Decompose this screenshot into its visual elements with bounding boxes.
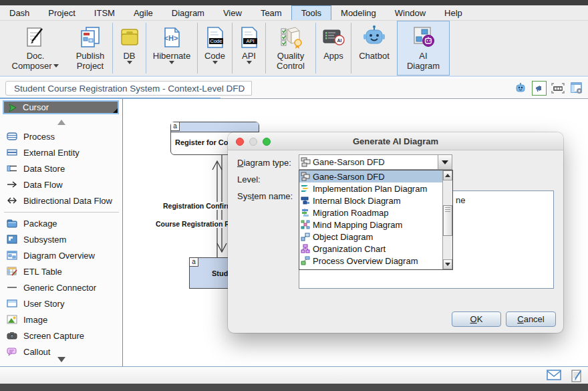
option-gane-sarson-dfd[interactable]: Gane-Sarson DFD [299, 170, 452, 182]
close-icon[interactable] [236, 138, 244, 146]
palette-scroll-up-icon[interactable] [57, 120, 65, 125]
menu-bar: Dash Project ITSM Agile Diagram View Tea… [0, 5, 588, 21]
cursor-icon [8, 103, 17, 112]
option-implementation-plan-diagram[interactable]: Implementation Plan Diagram [299, 182, 452, 194]
edit-document-icon[interactable] [571, 369, 583, 382]
option-organization-chart[interactable]: Organization Chart [299, 243, 452, 255]
menu-tools[interactable]: Tools [291, 5, 331, 20]
generate-ai-diagram-dialog: Generate AI Diagram Diagram type: Level:… [228, 132, 563, 333]
ai-diagram-button[interactable]: AI Diagram [397, 21, 450, 76]
apps-icon: AI [321, 24, 346, 51]
hibernate-button[interactable]: <H> Hibernate [146, 21, 197, 76]
cursor-label: Cursor [23, 102, 49, 112]
apps-label: Apps [323, 51, 343, 61]
palette-item-etl-table[interactable]: ETL Table [0, 263, 123, 279]
diagram-type-dropdown-list: Gane-Sarson DFD Implementation Plan Diag… [299, 170, 453, 270]
publish-project-button[interactable]: Publish Project [68, 21, 112, 76]
option-label: Mind Mapping Diagram [313, 220, 402, 230]
quality-control-label-2: Control [277, 61, 305, 71]
chatbot-robot-icon [361, 24, 388, 51]
flow-label-registration-confirmation[interactable]: Registration Confirma [162, 202, 238, 210]
gane-sarson-icon [301, 172, 310, 181]
diagram-title: Student Course Registration System - Con… [14, 84, 245, 94]
shape-id-marker: a [190, 258, 198, 267]
diagram-type-combobox[interactable]: Gane-Sarson DFD [299, 154, 452, 170]
announcement-icon[interactable] [532, 81, 547, 96]
generic-connector-icon [7, 282, 17, 293]
palette-item-bidirectional-data-flow[interactable]: Bidirectional Data Flow [0, 192, 123, 209]
option-label: Gane-Sarson DFD [313, 172, 385, 182]
hibernate-icon: <H> [160, 24, 183, 51]
menu-agile[interactable]: Agile [124, 5, 162, 20]
package-icon [7, 218, 17, 229]
palette-item-process[interactable]: Process [0, 128, 123, 144]
option-internal-block-diagram[interactable]: Internal Block Diagram [299, 194, 452, 207]
minimize-icon[interactable] [249, 138, 257, 146]
palette-item-data-flow[interactable]: Data Flow [0, 176, 123, 192]
menu-team[interactable]: Team [251, 5, 291, 20]
breadcrumb[interactable]: Student Course Registration System - Con… [5, 81, 252, 96]
option-label: Process Overview Diagram [313, 256, 418, 266]
menu-view[interactable]: View [214, 5, 251, 20]
ok-button[interactable]: OK [452, 311, 501, 327]
scroll-down-button[interactable] [443, 259, 452, 269]
palette-item-generic-connector[interactable]: Generic Connector [0, 279, 123, 295]
dialog-title-bar[interactable]: Generate AI Diagram [228, 132, 563, 150]
palette-item-external-entity[interactable]: External Entity [0, 144, 123, 160]
option-label: Object Diagram [313, 232, 373, 242]
code-button[interactable]: Code Code [198, 21, 232, 76]
palette-item-subsystem[interactable]: Subsystem [0, 231, 123, 247]
dropdown-scrollbar[interactable] [442, 170, 452, 269]
menu-dash[interactable]: Dash [0, 5, 39, 20]
palette-item-cursor[interactable]: Cursor [3, 100, 119, 114]
menu-diagram[interactable]: Diagram [162, 5, 214, 20]
palette-label: Callout [23, 347, 50, 357]
palette-item-diagram-overview[interactable]: Diagram Overview [0, 247, 123, 263]
cancel-button[interactable]: Cancel [506, 311, 556, 327]
chatbot-quick-icon[interactable] [513, 81, 528, 96]
doc-composer-button[interactable]: Doc. Composer [3, 21, 68, 76]
window-bottom-strip [0, 384, 588, 391]
option-process-overview-diagram[interactable]: Process Overview Diagram [299, 255, 452, 267]
palette-label: Image [23, 315, 47, 325]
message-envelope-icon[interactable] [547, 369, 561, 381]
tool-palette: Cursor Process External Entity Data Stor… [0, 99, 123, 366]
svg-text:<H>: <H> [164, 34, 178, 42]
menu-modeling[interactable]: Modeling [331, 5, 386, 20]
chevron-down-icon [127, 61, 132, 64]
object-diagram-icon [301, 232, 310, 241]
palette-divider [4, 212, 119, 213]
palette-item-screen-capture[interactable]: Screen Capture [0, 328, 123, 344]
scrollbar-thumb[interactable] [443, 205, 452, 236]
option-migration-roadmap[interactable]: Migration Roadmap [299, 207, 452, 219]
menu-itsm[interactable]: ITSM [85, 5, 124, 20]
api-button[interactable]: API API [233, 21, 265, 76]
user-story-icon [7, 298, 17, 309]
palette-item-data-store[interactable]: Data Store [0, 160, 123, 176]
svg-text:API: API [246, 38, 254, 44]
scroll-up-button[interactable] [443, 170, 452, 180]
palette-label: Diagram Overview [23, 251, 95, 261]
chatbot-button[interactable]: Chatbot [351, 21, 397, 76]
menu-project[interactable]: Project [39, 5, 84, 20]
capture-frame-icon[interactable] [551, 81, 565, 96]
diagram-spec-icon[interactable] [569, 81, 584, 96]
palette-item-package[interactable]: Package [0, 215, 123, 231]
palette-scroll-down-icon[interactable] [57, 357, 65, 362]
zoom-icon[interactable] [263, 138, 271, 146]
apps-button[interactable]: AI Apps [316, 21, 351, 76]
db-button[interactable]: DB [113, 21, 146, 76]
corner-triangle-icon [113, 108, 118, 113]
menu-help[interactable]: Help [435, 5, 472, 20]
menu-window[interactable]: Window [386, 5, 435, 20]
option-mind-mapping-diagram[interactable]: Mind Mapping Diagram [299, 219, 452, 231]
palette-label: Process [23, 132, 55, 142]
chatbot-label: Chatbot [359, 51, 390, 61]
quality-control-label-1: Quality [277, 51, 304, 61]
combobox-dropdown-button[interactable] [438, 155, 452, 169]
palette-item-image[interactable]: Image [0, 311, 123, 328]
option-object-diagram[interactable]: Object Diagram [299, 231, 452, 243]
quality-control-button[interactable]: Quality Control [266, 21, 315, 76]
palette-item-user-story[interactable]: User Story [0, 295, 123, 311]
flow-label-course-registration-request[interactable]: Course Registration R [154, 220, 231, 228]
